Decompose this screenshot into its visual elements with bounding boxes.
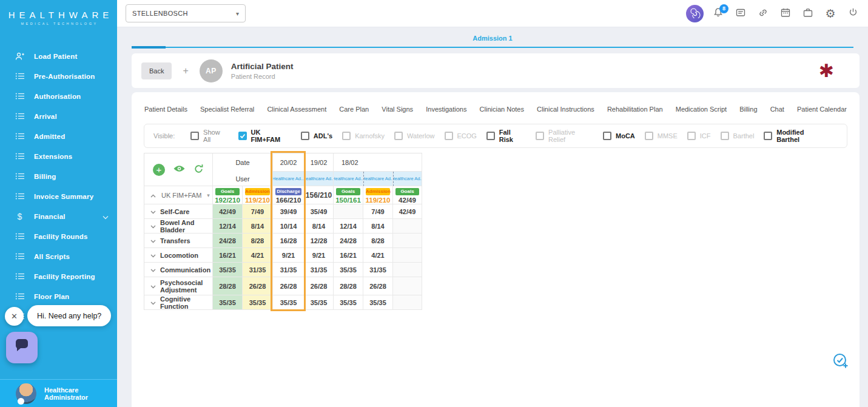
group-total-cell: Admission119/210 xyxy=(243,186,273,204)
sidebar-item-label: Billing xyxy=(34,173,56,180)
sidebar-item-invoice-summary[interactable]: Invoice Summary xyxy=(0,186,117,206)
checkbox-uk-fim-fam[interactable] xyxy=(238,132,247,140)
group-label-text: UK FIM+FAM xyxy=(161,192,201,199)
filter-barthel[interactable]: Barthel xyxy=(721,132,755,140)
sidebar-item-financial[interactable]: $Financial xyxy=(0,206,117,226)
column-user-1[interactable]: Healthcare Ad... xyxy=(273,172,304,186)
sidebar-item-billing[interactable]: Billing xyxy=(0,166,117,186)
task-check-add-button[interactable] xyxy=(832,353,850,371)
filter-waterlow[interactable]: Waterlow xyxy=(394,132,434,140)
filter-moca[interactable]: MoCA xyxy=(603,132,635,140)
row-toggle-psychosocial-adjustment[interactable]: Psychosocial Adjustment xyxy=(144,277,213,295)
checkbox-show-all[interactable] xyxy=(190,132,199,140)
logout-button[interactable] xyxy=(845,6,861,22)
settings-button[interactable]: ⚙ xyxy=(823,6,838,22)
admission-tab[interactable]: Admission 1 xyxy=(117,35,868,43)
row-toggle-locomotion[interactable]: Locomotion xyxy=(144,248,213,263)
tab-clinical-assessment[interactable]: Clinical Assessment xyxy=(267,106,326,113)
sidebar-item-pre-authorisation[interactable]: Pre-Authorisation xyxy=(0,66,117,86)
sidebar-item-floor-plan[interactable]: Floor Plan xyxy=(0,286,117,306)
checkbox-ecog[interactable] xyxy=(445,132,453,140)
tab-vital-signs[interactable]: Vital Signs xyxy=(382,106,413,113)
filter-palliative-relief[interactable]: Palliative Relief xyxy=(536,129,593,143)
sidebar-user[interactable]: Healthcare Administrator xyxy=(0,379,117,407)
add-tab-button[interactable]: + xyxy=(183,66,188,76)
column-user-4[interactable]: Healthcare Ad... xyxy=(363,172,393,186)
chat-close-button[interactable]: ✕ xyxy=(5,307,24,326)
row-toggle-cognitive-function[interactable]: Cognitive Function xyxy=(144,295,213,310)
briefcase-button[interactable] xyxy=(800,6,816,22)
tab-clinical-instructions[interactable]: Clinical Instructions xyxy=(537,106,594,113)
row-toggle-transfers[interactable]: Transfers xyxy=(144,234,213,248)
messages-button[interactable] xyxy=(733,6,749,22)
column-user-3[interactable]: Healthcare Ad... xyxy=(334,172,363,186)
checkbox-waterlow[interactable] xyxy=(394,132,403,140)
score-cell: 26/28 xyxy=(304,277,334,295)
tab-specialist-referral[interactable]: Specialist Referral xyxy=(200,106,254,113)
tab-care-plan[interactable]: Care Plan xyxy=(339,106,369,113)
visible-filters-bar: Visible: Show AllUK FIM+FAMADL'sKarnofsk… xyxy=(144,124,847,148)
facility-select[interactable]: STELLENBOSCH ▾ xyxy=(126,4,246,22)
filter-modified-barthel[interactable]: Modified Barthel xyxy=(764,129,828,143)
tab-rehabilitation-plan[interactable]: Rehabilitation Plan xyxy=(607,106,663,113)
checkbox-karnofsky[interactable] xyxy=(342,132,351,140)
filter-items: Show AllUK FIM+FAMADL'sKarnofskyWaterlow… xyxy=(190,129,838,143)
filter-icf[interactable]: ICF xyxy=(687,132,711,140)
back-button[interactable]: Back xyxy=(141,62,172,79)
checkbox-modified-barthel[interactable] xyxy=(764,132,772,140)
assistant-button[interactable] xyxy=(686,5,704,22)
gear-icon: ⚙ xyxy=(825,8,835,19)
sidebar-item-label: Financial xyxy=(34,213,66,220)
tab-medication-script[interactable]: Medication Script xyxy=(676,106,727,113)
filter-ecog[interactable]: ECOG xyxy=(445,132,477,140)
link-button[interactable] xyxy=(755,6,771,22)
sidebar-item-facility-rounds[interactable]: Facility Rounds xyxy=(0,226,117,246)
add-entry-button[interactable]: + xyxy=(153,164,165,176)
row-toggle-communication[interactable]: Communication xyxy=(144,263,213,277)
column-user-2[interactable]: Healthcare Ad... xyxy=(304,172,334,186)
filter-uk-fim-fam[interactable]: UK FIM+FAM xyxy=(238,129,291,143)
checkbox-icf[interactable] xyxy=(687,132,696,140)
sidebar-item-all-scripts[interactable]: All Scripts xyxy=(0,246,117,266)
patient-avatar: AP xyxy=(200,59,223,82)
sidebar-item-arrival[interactable]: Arrival xyxy=(0,106,117,126)
filter-label: UK FIM+FAM xyxy=(251,129,291,143)
checkbox-moca[interactable] xyxy=(603,132,611,140)
column-user-5[interactable]: Healthcare Ad... xyxy=(393,172,422,186)
calendar-button[interactable] xyxy=(778,6,793,22)
checkbox-barthel[interactable] xyxy=(721,132,729,140)
filter-adl-s[interactable]: ADL's xyxy=(301,132,332,140)
sidebar-item-facility-reporting[interactable]: Facility Reporting xyxy=(0,266,117,286)
sidebar-item-extensions[interactable]: Extensions xyxy=(0,146,117,166)
toggle-visibility-button[interactable] xyxy=(173,164,186,175)
tab-clinician-notes[interactable]: Clinician Notes xyxy=(480,106,524,113)
tab-billing[interactable]: Billing xyxy=(739,106,757,113)
list-icon xyxy=(15,252,25,261)
row-toggle-bowel-and-bladder[interactable]: Bowel And Bladder xyxy=(144,219,213,234)
checkbox-mmse[interactable] xyxy=(645,132,653,140)
chevron-down-icon: ▾ xyxy=(236,10,239,17)
sidebar-item-load-patient[interactable]: Load Patient xyxy=(0,46,117,66)
chevron-down-icon xyxy=(150,283,156,290)
row-label: Communication xyxy=(160,266,210,274)
group-toggle-uk-fim-fam[interactable]: UK FIM+FAM▾ xyxy=(144,186,213,204)
refresh-button[interactable] xyxy=(193,164,204,176)
checkbox-adl-s[interactable] xyxy=(301,132,309,140)
filter-karnofsky[interactable]: Karnofsky xyxy=(342,132,385,140)
filter-mmse[interactable]: MMSE xyxy=(645,132,678,140)
row-toggle-self-care[interactable]: Self-Care xyxy=(144,204,213,219)
filter-label: ADL's xyxy=(314,132,332,140)
chat-launcher-button[interactable] xyxy=(6,332,38,363)
filter-fall-risk[interactable]: Fall Risk xyxy=(486,129,526,143)
filter-show-all[interactable]: Show All xyxy=(190,129,228,143)
checkbox-palliative-relief[interactable] xyxy=(536,132,544,140)
tab-investigations[interactable]: Investigations xyxy=(426,106,466,113)
tab-patient-details[interactable]: Patient Details xyxy=(144,106,187,113)
sidebar-item-authorisation[interactable]: Authorisation xyxy=(0,86,117,106)
tab-chat[interactable]: Chat xyxy=(770,106,784,113)
row-label: Psychosocial Adjustment xyxy=(160,279,212,294)
checkbox-fall-risk[interactable] xyxy=(486,132,495,140)
sidebar-item-admitted[interactable]: Admitted xyxy=(0,126,117,146)
tab-patient-calendar[interactable]: Patient Calendar xyxy=(797,106,847,113)
notifications-button[interactable]: 8 xyxy=(710,6,726,22)
